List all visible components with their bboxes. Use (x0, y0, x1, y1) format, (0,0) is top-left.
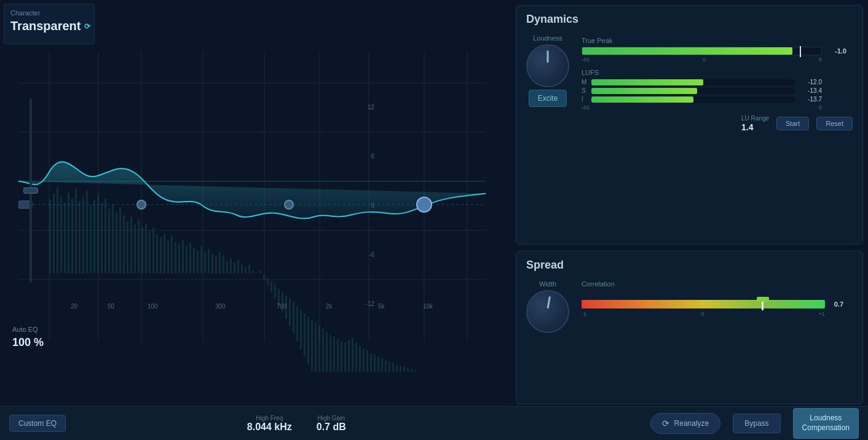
svg-rect-41 (149, 230, 151, 273)
svg-rect-46 (167, 240, 169, 273)
svg-rect-36 (130, 217, 132, 273)
character-panel: Character Transparent ⟳ (4, 4, 95, 44)
svg-point-116 (137, 200, 146, 209)
svg-rect-31 (112, 205, 114, 273)
lufs-i-label: I (582, 96, 588, 103)
dynamics-title: Dynamics (526, 13, 853, 26)
svg-rect-101 (370, 353, 372, 372)
lufs-m-label: M (582, 79, 588, 85)
slider-handle[interactable] (23, 187, 38, 194)
character-arrow-icon[interactable]: ⟳ (84, 22, 90, 31)
reanalyze-button[interactable]: ⟳ Reanalyze (650, 413, 721, 434)
svg-rect-47 (171, 235, 173, 273)
reset-button[interactable]: Reset (816, 117, 853, 130)
loudness-knob[interactable] (526, 44, 569, 87)
svg-rect-61 (223, 255, 224, 273)
svg-rect-25 (90, 205, 92, 273)
svg-rect-26 (93, 200, 95, 273)
lufs-i-fill (591, 96, 693, 103)
correlation-green-bar (757, 297, 769, 302)
excite-button[interactable]: Excite (529, 90, 567, 107)
high-gain-value: 0.7 dB (317, 422, 346, 433)
svg-rect-81 (296, 305, 298, 341)
lufs-m-value: -12.0 (799, 79, 822, 85)
svg-rect-104 (381, 358, 383, 372)
svg-rect-51 (186, 246, 187, 273)
svg-rect-33 (119, 207, 121, 273)
svg-rect-71 (259, 270, 261, 273)
loudness-compensation-button[interactable]: Loudness Compensation (793, 408, 859, 438)
loudness-knob-container: Loudness Excite (526, 34, 569, 107)
freq-label-2k: 2k (326, 303, 333, 310)
svg-rect-93 (341, 341, 342, 372)
svg-rect-68 (248, 264, 250, 273)
svg-rect-44 (160, 237, 162, 273)
svg-rect-38 (138, 219, 140, 273)
svg-rect-58 (211, 254, 213, 273)
svg-rect-40 (145, 223, 147, 273)
svg-rect-103 (377, 356, 379, 372)
svg-rect-109 (400, 366, 401, 372)
lu-range-value: 1.4 (741, 122, 769, 132)
svg-rect-89 (326, 332, 328, 372)
svg-rect-27 (97, 195, 99, 273)
svg-rect-112 (411, 369, 412, 372)
lufs-i-track (591, 96, 795, 103)
svg-rect-57 (208, 249, 210, 273)
lufs-s-fill (591, 88, 697, 94)
true-peak-value: -1.0 (835, 47, 846, 55)
lufs-section: LUFS M -12.0 S (582, 69, 853, 132)
svg-rect-99 (363, 348, 365, 372)
svg-rect-80 (293, 302, 294, 334)
freq-label-10k: 10k (423, 303, 433, 310)
svg-rect-17 (60, 197, 62, 273)
svg-rect-23 (82, 197, 84, 273)
corr-0: 0 (701, 311, 704, 317)
svg-rect-55 (200, 246, 202, 273)
svg-rect-49 (178, 244, 180, 273)
svg-rect-105 (385, 359, 387, 372)
svg-rect-62 (226, 261, 228, 273)
svg-rect-35 (127, 221, 128, 273)
svg-rect-69 (252, 270, 254, 273)
svg-rect-54 (197, 250, 199, 273)
svg-rect-84 (307, 316, 309, 364)
bottom-center: High Freq 8.044 kHz High Gain 0.7 dB (78, 415, 515, 433)
freq-label-50: 50 (108, 303, 114, 310)
svg-rect-82 (300, 309, 302, 349)
high-gain-field: High Gain 0.7 dB (317, 415, 346, 433)
correlation-label: Correlation (582, 280, 853, 288)
bypass-button[interactable]: Bypass (733, 414, 780, 433)
lufs-s-track (591, 88, 795, 94)
vertical-slider[interactable] (22, 98, 40, 307)
correlation-value: 0.7 (834, 301, 843, 308)
scale-minus60: -60 (582, 57, 590, 63)
svg-rect-20 (71, 198, 73, 273)
start-button[interactable]: Start (776, 117, 809, 130)
high-freq-label: High Freq (256, 415, 283, 422)
db-label-6: 6 (371, 153, 374, 160)
svg-rect-91 (333, 337, 335, 372)
svg-rect-73 (267, 278, 269, 286)
svg-rect-97 (355, 342, 357, 372)
db-label-12: 12 (368, 104, 374, 111)
svg-rect-92 (337, 339, 339, 372)
svg-rect-43 (156, 234, 158, 273)
svg-rect-30 (108, 209, 110, 273)
width-knob[interactable] (526, 290, 569, 333)
svg-rect-32 (116, 212, 117, 273)
lu-range-info: LU Range 1.4 (741, 114, 769, 132)
svg-rect-63 (230, 258, 232, 273)
svg-rect-14 (49, 200, 51, 273)
svg-rect-29 (105, 198, 106, 273)
scale-6: 6 (819, 57, 822, 63)
svg-rect-19 (68, 192, 69, 273)
svg-rect-56 (204, 252, 206, 273)
custom-eq-button[interactable]: Custom EQ (9, 415, 66, 432)
correlation-track (582, 300, 825, 308)
freq-label-20: 20 (71, 303, 77, 310)
auto-eq-label: Auto EQ (12, 324, 44, 335)
svg-rect-45 (164, 234, 165, 273)
true-peak-bar (582, 47, 822, 55)
auto-eq-value: 100 % (12, 334, 44, 351)
